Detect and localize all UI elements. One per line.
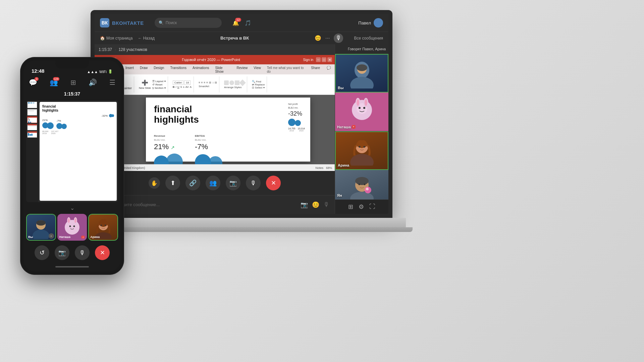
align-right[interactable]: ≡ <box>204 81 206 84</box>
tab-view[interactable]: View <box>251 65 264 74</box>
phone-thumb-4[interactable] <box>27 124 37 130</box>
tab-insert[interactable]: Insert <box>123 65 137 74</box>
section-button[interactable]: § Section ▾ <box>152 86 166 89</box>
main-slide-area[interactable]: financial highlights Net profit BLBJ mn. <box>121 95 335 164</box>
notification-bell[interactable]: 🔔 12 <box>232 20 239 26</box>
find-button[interactable]: 🔍 Find <box>252 80 265 83</box>
bold-button[interactable]: B <box>173 85 175 88</box>
chat-nav-button[interactable]: 💬 3 <box>29 78 37 86</box>
align-left[interactable]: ≡ <box>199 81 200 84</box>
grid-nav-button[interactable]: ⊞ <box>70 78 76 86</box>
svg-point-26 <box>65 220 79 235</box>
mic-button[interactable]: 🎙 <box>246 176 261 190</box>
people-nav-button[interactable]: 👥 128 <box>50 78 58 86</box>
phone-end-call-button[interactable]: ✕ <box>95 245 110 260</box>
chevron-down-button[interactable]: ⌄ <box>23 203 121 213</box>
all-messages-link[interactable]: Все сообщения <box>354 36 383 41</box>
ppt-share[interactable]: Share <box>308 65 323 74</box>
tab-review[interactable]: Review <box>234 65 250 74</box>
tab-transitions[interactable]: Transitions <box>167 65 189 74</box>
ppt-comments[interactable]: 💬 <box>324 65 333 74</box>
laptop-base <box>77 218 406 228</box>
reset-button[interactable]: ↺ Reset <box>152 83 166 86</box>
vk-search[interactable]: 🔍 Поиск <box>155 18 222 28</box>
message-input[interactable]: Напишите сообщение... <box>111 202 297 207</box>
ppt-minimize[interactable]: ─ <box>316 57 321 62</box>
net-profit-value: -32% <box>288 110 305 117</box>
align-text[interactable]: ⊟ <box>215 81 217 84</box>
user-avatar[interactable] <box>374 18 383 27</box>
arrange-button[interactable]: Arrange <box>224 86 233 89</box>
new-slide-button[interactable]: ➕ New Slide <box>139 79 151 89</box>
tab-draw[interactable]: Draw <box>137 65 150 74</box>
raise-hand-button[interactable]: ✋ <box>149 177 160 189</box>
tab-tell-me[interactable]: Tell me what you want to do <box>264 65 308 74</box>
phone-thumb-3[interactable]: fin.high. <box>27 116 37 123</box>
grid-view-button[interactable]: ⊞ <box>348 203 353 210</box>
layout-button[interactable]: ☰ Layout ▾ <box>152 80 166 83</box>
settings-button[interactable]: ⚙ <box>359 203 364 210</box>
participant-card-yan[interactable]: Ян <box>335 170 388 200</box>
phone-refresh-button[interactable]: ↺ <box>35 245 49 260</box>
participant-card-natasha[interactable]: Наташа + <box>335 93 388 131</box>
char-spacing[interactable]: AV <box>185 85 189 88</box>
phone-ppt-preview[interactable]: fin.high. <box>26 101 118 202</box>
font-color[interactable]: A <box>190 85 192 88</box>
vk-logo[interactable]: ВК ВКОНТАКТЕ <box>100 18 144 27</box>
columns[interactable]: ⊟ <box>209 81 211 84</box>
shadow-button[interactable]: s <box>183 85 184 88</box>
ppt-window: Годовой отчёт 2020 — PowerPoint Sign in … <box>95 55 335 171</box>
fullscreen-button[interactable]: ⛶ <box>369 203 375 210</box>
phone-thumb-5[interactable] <box>27 131 37 138</box>
phone-participant-pavel[interactable]: Вы + <box>26 214 56 241</box>
phone-participant-arina[interactable]: Арина <box>88 214 118 241</box>
reaction-icon[interactable]: 😊 <box>315 35 321 41</box>
justify[interactable]: ≡ <box>206 81 208 84</box>
quick-styles[interactable]: Styles <box>234 86 241 89</box>
phone-thumb-2[interactable] <box>27 109 37 116</box>
font-name[interactable]: Calibri <box>173 80 184 85</box>
speaker-nav-button[interactable]: 🔊 <box>89 78 97 86</box>
tab-design[interactable]: Design <box>151 65 167 74</box>
camera-msg-icon[interactable]: 📷 <box>301 201 308 208</box>
underline-button[interactable]: U <box>177 85 179 88</box>
tab-slideshow[interactable]: Slide Show <box>212 65 233 74</box>
participant-card-pavel[interactable]: Вы <box>335 54 388 93</box>
convert-smartart[interactable]: SmartArt <box>199 85 209 88</box>
voice-icon[interactable]: 🎙 <box>323 201 329 208</box>
select-button[interactable]: ⊡ Select ▾ <box>252 86 265 89</box>
camera-button[interactable]: 📷 <box>226 176 240 190</box>
link-button[interactable]: 🔗 <box>185 176 200 190</box>
phone-mic-button[interactable]: 🎙 <box>75 245 90 260</box>
text-direction[interactable]: ↕ <box>212 81 214 84</box>
participants-button[interactable]: 👥 <box>206 176 220 190</box>
shape-2[interactable] <box>229 80 234 85</box>
participant-card-arina[interactable]: Арина <box>335 131 388 170</box>
phone-camera-button[interactable]: 📷 <box>55 245 69 260</box>
menu-nav-button[interactable]: ☰ <box>109 78 115 86</box>
font-size[interactable]: 18 <box>184 80 191 85</box>
italic-button[interactable]: I <box>175 85 176 88</box>
tab-animations[interactable]: Animations <box>190 65 212 74</box>
music-icon[interactable]: 🎵 <box>245 20 251 26</box>
ppt-signin[interactable]: Sign in <box>303 58 313 62</box>
ppt-maximize[interactable]: □ <box>322 57 326 62</box>
shape-4[interactable] <box>239 79 246 86</box>
mic-icon-header[interactable]: 🎙 <box>334 34 343 43</box>
my-page-link[interactable]: 🏠 Моя страница <box>100 36 132 41</box>
ppt-close[interactable]: ✕ <box>327 57 332 62</box>
svg-point-20 <box>364 183 365 185</box>
phone-participant-natasha[interactable]: Наташа ♫ <box>57 214 87 241</box>
replace-button[interactable]: ⇌ Replace <box>252 83 265 86</box>
notes-button[interactable]: Notes <box>315 166 323 170</box>
end-call-button[interactable]: ✕ <box>266 176 281 190</box>
slides-group: ☰ Layout ▾ ↺ Reset § Section ▾ <box>152 80 166 89</box>
screen-share-button[interactable]: ⬆ <box>165 176 180 190</box>
emoji-icon[interactable]: 😊 <box>312 201 319 208</box>
more-icon[interactable]: ··· <box>325 35 330 41</box>
strikethrough-button[interactable]: S <box>180 85 182 88</box>
align-center[interactable]: ≡ <box>201 81 203 84</box>
back-button[interactable]: ← Назад <box>138 36 155 41</box>
phone-thumb-1[interactable] <box>27 102 37 108</box>
shape-1[interactable] <box>224 80 229 85</box>
